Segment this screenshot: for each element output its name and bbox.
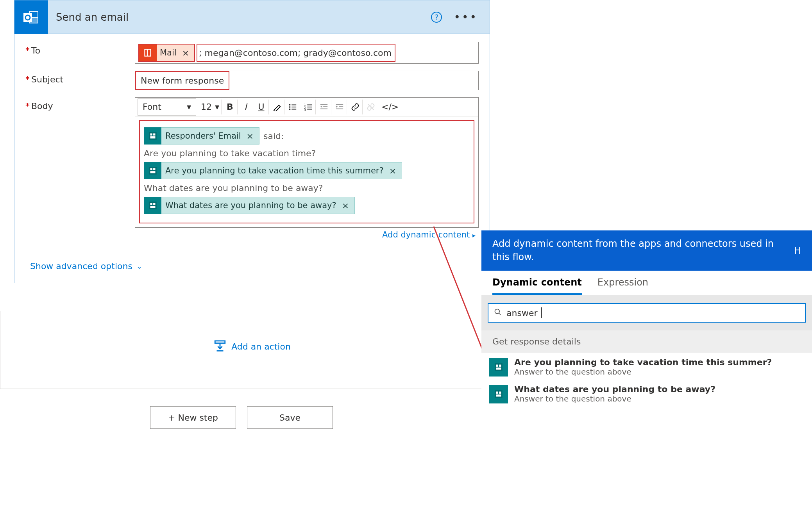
card-header[interactable]: Send an email ? •••: [14, 0, 490, 34]
to-text-remainder[interactable]: ; megan@contoso.com; grady@contoso.com: [197, 44, 395, 62]
dc-header-help-truncated[interactable]: H: [794, 245, 801, 256]
italic-button[interactable]: I: [238, 100, 253, 114]
indent-button[interactable]: [332, 100, 347, 114]
unlink-button[interactable]: [363, 100, 378, 114]
chip-remove-x-icon[interactable]: ×: [180, 48, 191, 58]
forms-icon: [144, 197, 161, 214]
token-vacation-answer[interactable]: Are you planning to take vacation time t…: [144, 162, 402, 179]
font-selector-label: Font: [143, 102, 161, 112]
body-label-text: Body: [31, 101, 53, 111]
office-icon: [139, 44, 157, 62]
svg-point-44: [495, 309, 500, 314]
svg-rect-39: [215, 341, 225, 343]
bold-button[interactable]: B: [223, 100, 238, 114]
dc-search-value: answer: [506, 308, 537, 318]
outlook-icon: [14, 0, 48, 34]
svg-rect-24: [339, 106, 343, 107]
svg-point-10: [289, 108, 290, 110]
new-step-button[interactable]: + New step: [150, 406, 236, 429]
card-menu-ellipsis[interactable]: •••: [450, 11, 482, 23]
add-action-text: Add an action: [231, 342, 291, 352]
add-action-icon: [213, 340, 227, 353]
subject-empty-area: [229, 71, 478, 90]
body-text-said: said:: [263, 131, 284, 141]
svg-rect-48: [499, 364, 501, 366]
underline-button[interactable]: U: [254, 100, 269, 114]
underline-icon: U: [258, 102, 264, 112]
token-label: What dates are you planning to be away?: [165, 201, 336, 210]
svg-rect-51: [496, 391, 498, 393]
add-dynamic-content-link[interactable]: Add dynamic content ▸: [135, 228, 479, 240]
to-row: *To Mail × ; megan@contoso.com; grady@co…: [25, 42, 479, 64]
svg-rect-27: [149, 132, 157, 140]
add-action-link[interactable]: Add an action: [14, 340, 490, 353]
token-responders-email[interactable]: Responders' Email ×: [144, 127, 259, 145]
dc-item-text: What dates are you planning to be away? …: [514, 384, 715, 403]
dc-search-input[interactable]: answer: [488, 303, 806, 323]
required-asterisk: *: [25, 46, 30, 55]
svg-rect-52: [499, 391, 501, 393]
to-label-text: To: [31, 46, 40, 55]
token-label: Are you planning to take vacation time t…: [165, 166, 384, 175]
dc-item-subtitle: Answer to the question above: [514, 394, 715, 403]
svg-rect-29: [153, 134, 155, 136]
outdent-button[interactable]: [317, 100, 331, 114]
link-button[interactable]: [348, 100, 363, 114]
token-dates-answer[interactable]: What dates are you planning to be away? …: [144, 197, 355, 214]
svg-rect-37: [153, 203, 155, 205]
send-email-card: Send an email ? ••• *To Mail × ; megan@: [14, 0, 490, 283]
svg-rect-32: [150, 168, 152, 170]
show-advanced-options-link[interactable]: Show advanced options ⌄: [14, 251, 490, 283]
subject-label: *Subject: [25, 71, 135, 84]
dc-item-vacation[interactable]: Are you planning to take vacation time t…: [489, 357, 804, 377]
svg-rect-46: [495, 363, 503, 371]
body-label: *Body: [25, 97, 135, 111]
svg-rect-17: [307, 104, 312, 105]
svg-rect-19: [307, 109, 312, 109]
dc-panel-header: Add dynamic content from the apps and co…: [481, 230, 812, 271]
help-icon[interactable]: ?: [431, 12, 442, 23]
tab-dynamic-content[interactable]: Dynamic content: [492, 277, 582, 295]
search-icon: [494, 308, 502, 318]
highlight-icon: [273, 103, 281, 111]
card-title: Send an email: [56, 11, 423, 23]
token-remove-x-icon[interactable]: ×: [340, 201, 351, 211]
dc-tabs: Dynamic content Expression: [481, 271, 812, 295]
dc-item-dates[interactable]: What dates are you planning to be away? …: [489, 384, 804, 403]
bullet-list-icon: [288, 103, 297, 111]
forms-icon: [144, 162, 161, 179]
caret-down-icon: ▼: [215, 104, 219, 110]
tab-expression[interactable]: Expression: [597, 277, 648, 295]
bold-icon: B: [227, 102, 233, 112]
dc-header-text: Add dynamic content from the apps and co…: [492, 237, 782, 264]
dc-section-header: Get response details: [481, 330, 812, 353]
link-icon: [351, 103, 359, 111]
to-chip-mail[interactable]: Mail ×: [138, 44, 195, 62]
subject-input[interactable]: New form response: [135, 71, 479, 90]
dc-item-list: Are you planning to take vacation time t…: [481, 353, 812, 408]
save-button[interactable]: Save: [247, 406, 333, 429]
body-editor-content[interactable]: Responders' Email × said: Are you planni…: [139, 120, 474, 223]
to-label: *To: [25, 42, 135, 55]
svg-point-9: [289, 106, 290, 108]
svg-rect-47: [496, 364, 498, 366]
numbered-list-button[interactable]: 123: [301, 100, 316, 114]
body-line-1: Responders' Email × said:: [144, 126, 470, 146]
svg-rect-36: [150, 203, 152, 205]
subject-row: *Subject New form response: [25, 71, 479, 90]
font-selector[interactable]: Font ▼: [138, 98, 196, 116]
dynamic-content-panel: Add dynamic content from the apps and co…: [481, 230, 812, 469]
token-remove-x-icon[interactable]: ×: [245, 131, 255, 141]
svg-rect-22: [320, 108, 327, 109]
forms-icon: [489, 385, 508, 403]
svg-rect-28: [150, 134, 152, 136]
dc-item-title: Are you planning to take vacation time t…: [514, 357, 772, 367]
bullet-list-button[interactable]: [285, 100, 300, 114]
token-remove-x-icon[interactable]: ×: [388, 166, 398, 176]
code-view-button[interactable]: </>: [379, 100, 401, 114]
to-input[interactable]: Mail × ; megan@contoso.com; grady@contos…: [135, 42, 479, 64]
svg-rect-30: [150, 136, 156, 138]
highlight-button[interactable]: [270, 100, 284, 114]
svg-rect-11: [292, 104, 296, 105]
font-size-selector[interactable]: 12 ▼: [199, 100, 222, 114]
